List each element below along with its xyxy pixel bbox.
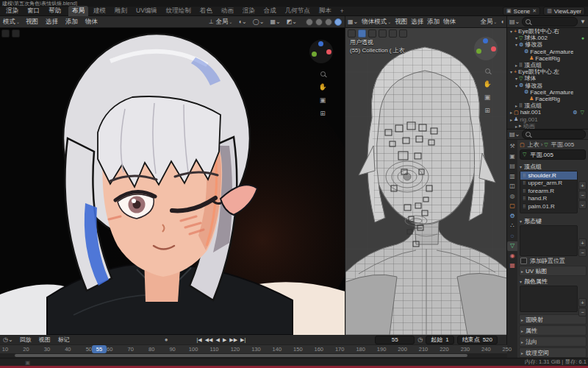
wireframe-shading-icon[interactable] xyxy=(306,18,313,26)
axis-y-icon[interactable] xyxy=(312,52,317,57)
scene-selector[interactable]: ▣ Scene ✕ xyxy=(503,7,540,15)
outliner-row[interactable]: ▸♟rig.001 xyxy=(507,116,588,122)
jump-to-end-button[interactable]: ▶| xyxy=(240,337,245,342)
overlays-toggle-icon[interactable] xyxy=(358,29,366,38)
outliner-row[interactable]: ▾▽球体.002● xyxy=(507,35,588,41)
mode-dropdown[interactable]: 物体模式⌄ xyxy=(362,18,391,26)
disclosure-icon[interactable]: ▸ xyxy=(509,110,514,115)
properties-tab-tool[interactable]: ⚒ xyxy=(507,142,517,152)
next-keyframe-button[interactable]: ▶▶ xyxy=(229,337,237,342)
workspace-tab[interactable]: 几何节点 xyxy=(282,6,314,16)
gizmo-toggle-icon[interactable] xyxy=(348,29,356,38)
viewport-menu[interactable]: 视图 xyxy=(26,18,38,26)
wireframe-viewport[interactable]: 用户透视 (55) Collection ( 上衣 ✋ ▣ ⊞ xyxy=(345,28,507,335)
solid-shading-icon[interactable] xyxy=(389,29,397,38)
properties-tab-particles[interactable]: ∴ xyxy=(507,222,517,231)
properties-search-input[interactable] xyxy=(522,130,586,139)
topbar-menu[interactable]: 帮助 xyxy=(49,7,61,15)
mode-dropdown[interactable]: 模式⌄ xyxy=(3,18,20,26)
outliner-row[interactable]: ▸⠿顶点组 xyxy=(507,102,588,109)
rendered-shading-icon[interactable] xyxy=(399,29,407,38)
outliner-row[interactable]: ▾▽球体 xyxy=(507,75,588,82)
disclosure-icon[interactable]: ▸ xyxy=(509,117,514,122)
workspace-tab[interactable]: 渲染 xyxy=(239,6,259,16)
camera-view-icon[interactable]: ▣ xyxy=(483,93,492,102)
collapsed-section[interactable]: ▸面映射 xyxy=(519,314,587,325)
timeline-ruler[interactable]: 55 1020304050607080901001101201301401501… xyxy=(0,344,507,353)
collapsed-section[interactable]: ▸纹理空间 xyxy=(519,347,587,358)
properties-tab-output[interactable]: ▤ xyxy=(507,162,517,171)
axis-x-icon[interactable] xyxy=(491,46,496,52)
topbar-menu[interactable]: 窗口 xyxy=(27,7,40,15)
workspace-tab[interactable]: UV编辑 xyxy=(132,6,161,16)
outliner-row[interactable]: ⚙Faceit_Armature xyxy=(507,89,588,96)
disclosure-icon[interactable]: ▸ xyxy=(514,63,519,68)
properties-tab-view-layer[interactable]: ▥ xyxy=(507,172,517,182)
viewport-menu[interactable]: 选择 xyxy=(411,18,423,26)
timeline-menu[interactable]: 标记 xyxy=(58,336,70,344)
outliner-row[interactable]: ▸▢hair.001⚙▽ xyxy=(507,109,588,116)
properties-tab-world[interactable]: ◍ xyxy=(507,192,517,202)
auto-keying-icon[interactable]: ● xyxy=(165,336,168,343)
disclosure-icon[interactable]: ▾ xyxy=(509,29,514,34)
workspace-tab[interactable]: 合成 xyxy=(260,6,280,16)
snap-magnet-icon[interactable]: ◖⌄ xyxy=(238,18,247,25)
proportional-edit-icon[interactable]: ◯⌄ xyxy=(253,18,265,25)
disclosure-icon[interactable]: ▾ xyxy=(514,83,519,88)
disclosure-icon[interactable]: ▾ xyxy=(514,76,519,81)
workspace-tab[interactable]: 动画 xyxy=(218,6,237,16)
zoom-icon[interactable] xyxy=(318,69,327,78)
properties-tab-render[interactable]: ▣ xyxy=(507,152,517,162)
axis-z-icon[interactable] xyxy=(318,41,323,46)
scrollbar-thumb[interactable] xyxy=(15,354,467,357)
shape-keys-panel-header[interactable]: ▾ 形态键 xyxy=(517,216,588,225)
current-frame-badge[interactable]: 55 xyxy=(92,345,107,353)
axis-x-icon[interactable] xyxy=(326,49,331,54)
timeline-menu[interactable]: 视图 xyxy=(39,336,51,344)
play-reverse-button[interactable]: ◀ xyxy=(216,337,220,342)
camera-view-icon[interactable]: ▣ xyxy=(318,96,327,105)
properties-tab-scene[interactable]: ◫ xyxy=(507,182,517,191)
disclosure-icon[interactable]: ▸ xyxy=(514,103,519,108)
properties-tab-texture[interactable]: ▦ xyxy=(507,261,517,271)
outliner-row[interactable]: ▾+Eye眼转中心.右 xyxy=(507,28,588,35)
options-icon[interactable] xyxy=(12,29,20,38)
outliner-search-input[interactable] xyxy=(522,17,578,26)
viewport-menu[interactable]: 物体 xyxy=(85,18,98,26)
viewport-menu[interactable]: 视图 xyxy=(395,18,407,26)
viewport-menu[interactable]: 添加 xyxy=(427,18,440,26)
viewport-menu[interactable]: 选择 xyxy=(46,18,58,26)
properties-tab-material[interactable]: ◉ xyxy=(507,252,517,261)
disclosure-icon[interactable]: ▾ xyxy=(509,69,514,74)
orientation-dropdown[interactable]: ⊥ 全局⌄ xyxy=(209,18,232,26)
workspace-tab[interactable]: 着色 xyxy=(196,6,216,16)
prev-keyframe-button[interactable]: ◀◀ xyxy=(205,337,213,342)
unlink-icon[interactable]: ✕ xyxy=(532,8,537,14)
remove-button[interactable]: − xyxy=(578,308,587,316)
current-frame-field[interactable]: 55 xyxy=(375,336,415,344)
gizmo-dropdown-icon[interactable]: ▦⌄ xyxy=(270,18,280,25)
vertex-group-item[interactable]: ⠿upper_arm.R xyxy=(520,180,577,188)
navigation-gizmo[interactable] xyxy=(474,37,498,60)
outliner-row[interactable]: ♟FaceitRig xyxy=(507,96,588,102)
specials-menu-button[interactable]: ⌄ xyxy=(578,200,587,209)
workspace-tab[interactable]: + xyxy=(337,7,348,15)
material-shading-icon[interactable] xyxy=(325,18,332,26)
add-button[interactable]: + xyxy=(578,298,587,307)
outliner-row[interactable]: ▸▸动画 xyxy=(507,123,588,130)
breadcrumb-data[interactable]: 平面.005 xyxy=(551,141,575,149)
topbar-menu[interactable]: 渲染 xyxy=(6,7,18,15)
play-button[interactable]: ▶ xyxy=(223,337,226,342)
properties-tab-physics[interactable]: ◌ xyxy=(507,232,517,241)
vertex-groups-panel-header[interactable]: ▾ 顶点组 xyxy=(517,162,588,171)
collapsed-section[interactable]: ▸法向 xyxy=(519,336,587,347)
vertex-group-item[interactable]: ⠿palm.01.R xyxy=(520,202,577,210)
viewport-menu[interactable]: 物体 xyxy=(443,18,456,26)
filter-icon[interactable]: ▼ xyxy=(580,18,586,25)
tool-icon[interactable] xyxy=(1,29,10,38)
remove-button[interactable]: − xyxy=(578,191,587,199)
disclosure-icon[interactable]: ▾ xyxy=(514,42,519,47)
workspace-tab[interactable]: 布局 xyxy=(68,6,88,16)
properties-tab-modifiers[interactable]: ⚙ xyxy=(507,212,517,222)
workspace-tab[interactable]: 纹理绘制 xyxy=(162,6,195,16)
